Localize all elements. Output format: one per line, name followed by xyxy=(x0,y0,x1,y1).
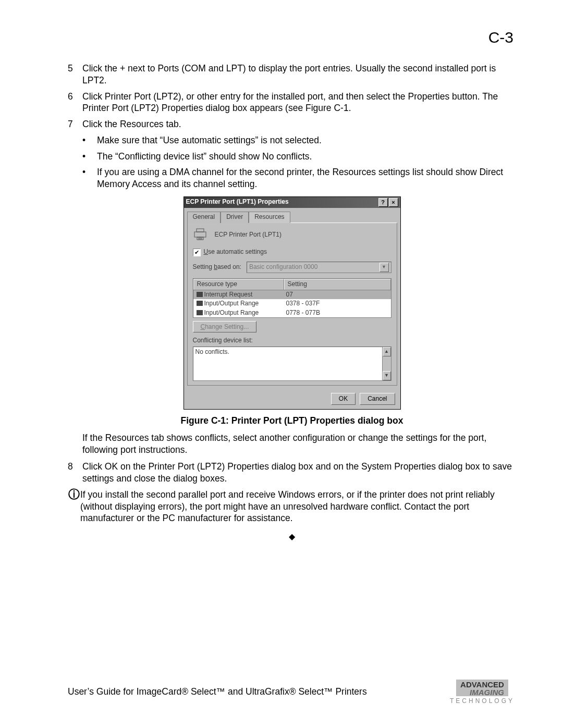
tab-general[interactable]: General xyxy=(187,212,221,224)
footer-text: User’s Guide for ImageCard® Select™ and … xyxy=(68,686,367,697)
device-row: ECP Printer Port (LPT1) xyxy=(193,228,391,241)
info-text: If you install the second parallel port … xyxy=(80,489,516,524)
bullet-text: If you are using a DMA channel for the s… xyxy=(97,166,516,190)
auto-settings-checkbox[interactable]: ✔ xyxy=(193,249,201,256)
col-resource-type: Resource type xyxy=(193,279,284,290)
scroll-down-icon[interactable]: ▼ xyxy=(383,371,391,380)
based-on-label: Setting based on: xyxy=(193,263,241,272)
bullet-item: • If you are using a DMA channel for the… xyxy=(68,166,516,190)
list-row[interactable]: Interrupt Request 07 xyxy=(193,290,391,300)
cell: 0778 - 077B xyxy=(283,309,391,318)
step-text: Click the + next to Ports (COM and LPT) … xyxy=(82,63,516,87)
step-7: 7 Click the Resources tab. xyxy=(68,118,516,130)
scroll-up-icon[interactable]: ▲ xyxy=(383,347,391,356)
ok-button[interactable]: OK xyxy=(331,393,356,405)
cell: 0378 - 037F xyxy=(283,299,391,309)
section-end-mark: ◆ xyxy=(68,532,516,542)
logo-subtext: TECHNOLOGY xyxy=(450,697,515,705)
bullet-text: Make sure that “Use automatic settings” … xyxy=(97,134,322,146)
properties-dialog: ECP Printer Port (LPT1) Properties ? × G… xyxy=(183,196,401,410)
auto-settings-row: ✔ Use automatic settings xyxy=(193,248,391,256)
close-button[interactable]: × xyxy=(389,198,398,207)
step-number: 6 xyxy=(68,91,82,115)
conflict-label: Conflicting device list: xyxy=(193,337,391,345)
change-setting-button[interactable]: Change Setting... xyxy=(193,321,257,332)
cell: 07 xyxy=(283,290,391,300)
conflict-list: No conflicts. ▲ ▼ xyxy=(193,347,391,381)
cell: Input/Output Range xyxy=(204,309,259,316)
body-content: 5 Click the + next to Ports (COM and LPT… xyxy=(68,63,516,542)
scrollbar[interactable]: ▲ ▼ xyxy=(382,347,391,380)
info-note: ⓘ If you install the second parallel por… xyxy=(68,489,516,524)
resources-listbox[interactable]: Resource type Setting Interrupt Request … xyxy=(193,278,391,318)
step-6: 6 Click Printer Port (LPT2), or other en… xyxy=(68,91,516,115)
step-8: 8 Click OK on the Printer Port (LPT2) Pr… xyxy=(68,461,516,485)
bullet-mark: • xyxy=(82,151,97,163)
resources-panel: ECP Printer Port (LPT1) ✔ Use automatic … xyxy=(187,223,397,385)
dialog-title: ECP Printer Port (LPT1) Properties xyxy=(186,198,377,206)
cell: Input/Output Range xyxy=(204,300,259,307)
printer-icon xyxy=(193,228,207,241)
list-row[interactable]: Input/Output Range 0378 - 037F xyxy=(193,299,391,309)
figure-caption: Figure C-1: Printer Port (LPT) Propertie… xyxy=(68,415,516,427)
based-on-row: Setting based on: Basic configuration 00… xyxy=(193,262,391,273)
bullet-mark: • xyxy=(82,134,97,146)
info-icon: ⓘ xyxy=(68,489,80,500)
step-5: 5 Click the + next to Ports (COM and LPT… xyxy=(68,63,516,87)
dialog-buttons: OK Cancel xyxy=(184,389,400,410)
bullet-mark: • xyxy=(82,166,97,190)
step-text: Click OK on the Printer Port (LPT2) Prop… xyxy=(82,461,516,485)
resource-icon xyxy=(197,301,203,306)
step-text: Click the Resources tab. xyxy=(82,118,516,130)
cell: Interrupt Request xyxy=(204,291,253,298)
tab-driver[interactable]: Driver xyxy=(221,212,249,224)
conflict-text: No conflicts. xyxy=(193,347,382,380)
step-number: 7 xyxy=(68,118,82,130)
page-footer: User’s Guide for ImageCard® Select™ and … xyxy=(68,677,521,706)
titlebar: ECP Printer Port (LPT1) Properties ? × xyxy=(184,197,400,208)
page-number: C-3 xyxy=(488,29,513,46)
auto-settings-label: Use automatic settings xyxy=(204,248,267,256)
svg-rect-1 xyxy=(194,232,206,237)
tab-resources[interactable]: Resources xyxy=(249,212,290,224)
bullet-text: The “Conflicting device list” should sho… xyxy=(97,151,312,163)
tab-strip: General Driver Resources xyxy=(184,208,400,223)
cancel-button[interactable]: Cancel xyxy=(360,393,395,405)
logo-line2: IMAGING xyxy=(470,688,504,697)
col-setting: Setting xyxy=(284,279,391,290)
device-name: ECP Printer Port (LPT1) xyxy=(215,231,282,239)
based-on-value: Basic configuration 0000 xyxy=(249,263,317,272)
bullet-item: • Make sure that “Use automatic settings… xyxy=(68,134,516,146)
help-button[interactable]: ? xyxy=(378,198,388,207)
step-number: 5 xyxy=(68,63,82,87)
list-header: Resource type Setting xyxy=(193,279,391,290)
chevron-down-icon: ▼ xyxy=(380,263,389,272)
based-on-combo[interactable]: Basic configuration 0000 ▼ xyxy=(247,262,391,273)
bullet-item: • The “Conflicting device list” should s… xyxy=(68,151,516,163)
list-row[interactable]: Input/Output Range 0778 - 077B xyxy=(193,309,391,318)
resource-icon xyxy=(197,292,203,297)
advanced-imaging-logo: ADVANCED IMAGING TECHNOLOGY xyxy=(443,677,521,706)
step-text: Click Printer Port (LPT2), or other entr… xyxy=(82,91,516,115)
svg-rect-0 xyxy=(197,229,204,232)
dialog-figure: ECP Printer Port (LPT1) Properties ? × G… xyxy=(68,196,516,410)
paragraph: If the Resources tab shows conflicts, se… xyxy=(68,432,516,456)
step-number: 8 xyxy=(68,461,82,485)
resource-icon xyxy=(197,310,203,315)
